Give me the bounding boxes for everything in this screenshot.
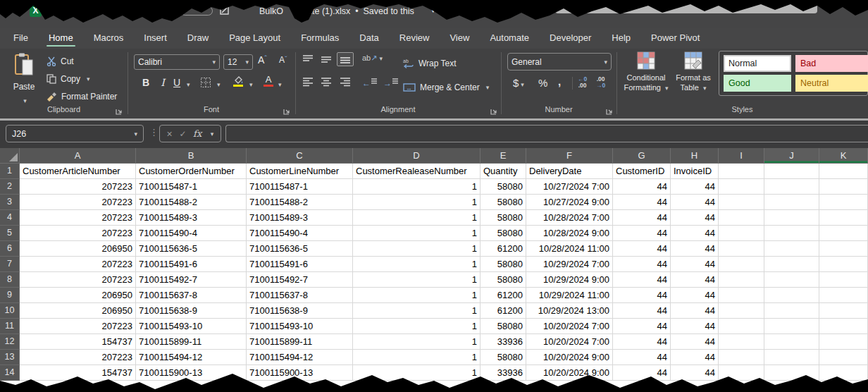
cell-G9[interactable]: 44 [613,288,671,303]
cell-F6[interactable]: 10/28/2024 11:00 [526,241,613,257]
align-middle-button[interactable] [320,54,333,64]
column-header-I[interactable]: I [719,148,764,164]
name-box[interactable]: J26 ▾ [6,125,144,142]
cell-H13[interactable]: 44 [671,350,719,365]
cell-A8[interactable]: 207223 [20,272,136,288]
row-header-2[interactable]: 2 [0,179,20,195]
cell-C11[interactable]: 7100115493-10 [247,319,353,334]
cell-C13[interactable]: 7100115494-12 [247,350,353,365]
cell-B10[interactable]: 7100115638-9 [136,303,247,319]
cell-I1[interactable] [719,164,764,179]
cell-D6[interactable]: 1 [353,241,480,257]
orientation-button[interactable]: ab↗▾ [362,54,383,63]
cell-A6[interactable]: 206950 [20,241,136,257]
cut-button[interactable]: Cut [46,54,74,69]
italic-button[interactable]: I [158,77,168,88]
alignment-dialog-launcher-icon[interactable] [490,105,499,114]
cell-E9[interactable]: 61200 [480,288,526,303]
cell-G2[interactable]: 44 [613,179,671,195]
borders-button[interactable] [200,77,211,91]
cell-B1[interactable]: CustomerOrderNumber [136,164,247,179]
font-dialog-launcher-icon[interactable] [283,105,292,114]
column-header-E[interactable]: E [480,148,526,164]
formula-buttons-dropdown-icon[interactable]: ▾ [211,130,214,137]
row-header-11[interactable]: 11 [0,319,20,334]
row-header-14[interactable]: 14 [0,365,20,381]
cell-C8[interactable]: 7100115492-7 [247,272,353,288]
menu-tab-power-pivot[interactable]: Power Pivot [650,29,700,48]
cell-D13[interactable]: 1 [353,350,480,365]
row-header-9[interactable]: 9 [0,288,20,303]
row-header-5[interactable]: 5 [0,226,20,241]
cell-E13[interactable]: 58080 [480,350,526,365]
percent-style-button[interactable]: % [538,77,547,89]
menu-tab-macros[interactable]: Macros [93,29,125,48]
cell-I11[interactable] [719,319,764,334]
cell-B11[interactable]: 7100115493-10 [136,319,247,334]
cell-J2[interactable] [764,179,819,195]
cell-B8[interactable]: 7100115492-7 [136,272,247,288]
cell-G5[interactable]: 44 [613,226,671,241]
cell-J4[interactable] [764,210,819,226]
column-header-K[interactable]: K [819,148,868,164]
cell-D5[interactable]: 1 [353,226,480,241]
cell-B2[interactable]: 7100115487-1 [136,179,247,195]
borders-dropdown-icon[interactable]: ▾ [217,81,221,88]
cancel-icon[interactable]: × [167,128,173,140]
cell-B5[interactable]: 7100115490-4 [136,226,247,241]
cell-K8[interactable] [819,272,868,288]
cell-H10[interactable]: 44 [671,303,719,319]
cell-D12[interactable]: 1 [353,334,480,350]
cell-A9[interactable]: 206950 [20,288,136,303]
cell-H3[interactable]: 44 [671,195,719,210]
cell-E7[interactable]: 58080 [480,257,526,272]
cell-A4[interactable]: 207223 [20,210,136,226]
cell-A1[interactable]: CustomerArticleNumber [20,164,136,179]
cell-H6[interactable]: 44 [671,241,719,257]
cell-A7[interactable]: 207223 [20,257,136,272]
cell-K6[interactable] [819,241,868,257]
align-top-button[interactable] [302,54,314,64]
menu-tab-draw[interactable]: Draw [187,29,209,48]
cell-B6[interactable]: 7100115636-5 [136,241,247,257]
cell-A5[interactable]: 207223 [20,226,136,241]
comma-style-button[interactable]: , [558,75,561,87]
row-header-6[interactable]: 6 [0,241,20,257]
cell-C7[interactable]: 7100115491-6 [247,257,353,272]
cell-J8[interactable] [764,272,819,288]
row-header-12[interactable]: 12 [0,334,20,350]
cell-H1[interactable]: InvoiceID [671,164,719,179]
underline-button[interactable]: U [173,77,180,88]
font-color-dropdown-icon[interactable]: ▾ [278,81,282,88]
cell-J13[interactable] [764,350,819,365]
cell-F11[interactable]: 10/20/2024 7:00 [526,319,613,334]
cell-G10[interactable]: 44 [613,303,671,319]
cell-K7[interactable] [819,257,868,272]
bold-button[interactable]: B [140,77,152,88]
cell-E14[interactable]: 33936 [480,365,526,381]
cell-A10[interactable]: 206950 [20,303,136,319]
cell-I10[interactable] [719,303,764,319]
menu-tab-developer[interactable]: Developer [549,29,592,48]
cell-C6[interactable]: 7100115636-5 [247,241,353,257]
cell-K10[interactable] [819,303,868,319]
cell-I4[interactable] [719,210,764,226]
cell-A14[interactable]: 154737 [20,365,136,381]
cell-C12[interactable]: 7100115899-11 [247,334,353,350]
column-header-C[interactable]: C [247,148,353,164]
cell-E2[interactable]: 58080 [480,179,526,195]
cell-D11[interactable]: 1 [353,319,480,334]
row-header-8[interactable]: 8 [0,272,20,288]
cell-I3[interactable] [719,195,764,210]
cell-C9[interactable]: 7100115637-8 [247,288,353,303]
cell-I7[interactable] [719,257,764,272]
font-size-select[interactable]: 12 ▾ [223,54,253,70]
cell-A12[interactable]: 154737 [20,334,136,350]
align-right-button[interactable] [339,77,352,87]
cell-E8[interactable]: 58080 [480,272,526,288]
cell-E1[interactable]: Quantity [480,164,526,179]
cell-F14[interactable]: 10/20/2024 9:00 [526,365,613,381]
cell-G1[interactable]: CustomerID [613,164,671,179]
cell-E10[interactable]: 61200 [480,303,526,319]
cell-A3[interactable]: 207223 [20,195,136,210]
